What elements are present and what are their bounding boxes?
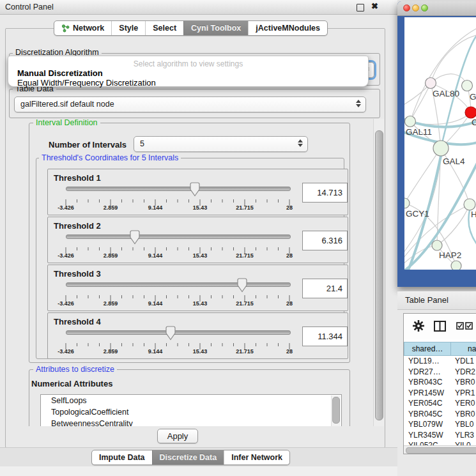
- algorithm-option-manual-discretization[interactable]: Manual Discretization: [8, 68, 368, 78]
- threshold-box: Threshold 2-3.4262.8599.14415.4321.71528…: [47, 217, 348, 263]
- main-scrollbar-thumb[interactable]: [375, 130, 383, 420]
- checkbox-icon[interactable]: [465, 322, 473, 330]
- network-node-label: C: [472, 118, 476, 127]
- network-window-titlebar[interactable]: [397, 1, 476, 16]
- table-row[interactable]: YER054CYER0: [404, 398, 476, 409]
- minimize-traffic-light-icon[interactable]: [412, 4, 419, 12]
- thresholds-group: Threshold's Coordinates for 5 Intervals …: [36, 158, 344, 359]
- table-row[interactable]: YIL052CYIL0: [404, 440, 476, 445]
- tab-style[interactable]: Style: [111, 21, 145, 35]
- network-node-gcy1[interactable]: [404, 198, 410, 208]
- table-panel-title: Table Panel: [405, 295, 449, 305]
- slider-handle[interactable]: [190, 182, 200, 197]
- threshold-label: Threshold 2: [54, 221, 101, 231]
- attributes-list[interactable]: SelfLoopsTopologicalCoefficientBetweenne…: [40, 394, 342, 426]
- table-row[interactable]: YBR043CYBR0: [404, 377, 476, 388]
- table-row[interactable]: YBL079WYBL0: [404, 419, 476, 430]
- slider-handle[interactable]: [130, 230, 140, 245]
- close-icon[interactable]: ✖: [371, 1, 378, 11]
- slider-track[interactable]: [66, 234, 291, 239]
- slider-handle[interactable]: [165, 326, 176, 341]
- tab-jactivemnodules[interactable]: jActiveMNodules: [248, 21, 327, 35]
- network-edge: [410, 83, 431, 121]
- close-traffic-light-icon[interactable]: [403, 4, 410, 12]
- network-node-gal11[interactable]: [405, 116, 416, 127]
- cell-shared-name: YIL052C: [404, 440, 451, 445]
- network-node-label: GCY1: [406, 209, 429, 219]
- tab-impute-data[interactable]: Impute Data: [92, 450, 152, 464]
- table-data-combo[interactable]: galFiltered.sif default node: [14, 96, 366, 112]
- tab-label: jActiveMNodules: [256, 24, 320, 33]
- tick-label: 9.144: [133, 348, 178, 355]
- network-canvas[interactable]: GAL80GACGAL11GAL4GCY1HHAP2: [404, 17, 476, 270]
- list-item[interactable]: SelfLoops: [41, 395, 341, 406]
- slider-track[interactable]: [66, 187, 291, 191]
- table-row[interactable]: YLR345WYLR3: [404, 430, 476, 441]
- column-header-shared[interactable]: shared…: [404, 342, 451, 356]
- threshold-label: Threshold 4: [54, 317, 101, 326]
- network-node-gal4[interactable]: [433, 141, 449, 156]
- cell-name: YDR2: [451, 367, 476, 378]
- network-edge: [431, 35, 476, 83]
- threshold-box: Threshold 4-3.4262.8599.14415.4321.71528…: [47, 312, 348, 359]
- table-hscrollbar[interactable]: [404, 445, 476, 454]
- threshold-value-field[interactable]: 6.316: [302, 231, 348, 250]
- algorithm-dropdown-popup: Select algorithm to view settings Manual…: [8, 56, 369, 87]
- threshold-value-field[interactable]: 21.4: [302, 279, 348, 298]
- interval-definition-label: Interval Definition: [33, 119, 100, 127]
- cell-shared-name: YBR043C: [404, 377, 451, 388]
- threshold-label: Threshold 1: [54, 173, 101, 183]
- network-node-gal80[interactable]: [426, 78, 436, 89]
- main-scrollbar[interactable]: [373, 119, 384, 426]
- network-node-hap2[interactable]: [432, 240, 442, 250]
- tab-infer-network[interactable]: Infer Network: [224, 450, 289, 464]
- dock-header: Control Panel ✖: [0, 0, 397, 15]
- tick-label: 15.43: [178, 300, 222, 307]
- gear-icon[interactable]: [412, 319, 425, 332]
- numerical-attributes-label: Numerical Attributes: [31, 379, 112, 388]
- tab-discretize-data[interactable]: Discretize Data: [152, 450, 224, 464]
- slider-track[interactable]: [66, 282, 291, 287]
- number-of-intervals-combo[interactable]: 5: [134, 136, 308, 152]
- tick-label: 9.144: [133, 204, 178, 211]
- table-rows: YDL19…YDL1YDR27…YDR2YBR043CYBR0YPR145WYP…: [404, 356, 476, 445]
- column-header-name[interactable]: na: [451, 342, 476, 356]
- bottom-tab-bar: Impute DataDiscretize DataInfer Network: [91, 450, 290, 465]
- list-item[interactable]: TopologicalCoefficient: [41, 406, 341, 418]
- table-row[interactable]: YPR145WYPR1: [404, 388, 476, 399]
- threshold-value-field[interactable]: 14.713: [302, 183, 348, 203]
- checkbox-icon[interactable]: [456, 322, 464, 330]
- slider-handle[interactable]: [237, 278, 247, 293]
- algorithm-option-equal-width-frequency-discretization[interactable]: Equal Width/Frequency Discretization: [8, 78, 368, 88]
- float-window-icon[interactable]: [357, 4, 364, 12]
- tick-label: 21.715: [222, 204, 267, 211]
- table-row[interactable]: YDL19…YDL1: [404, 356, 476, 367]
- table-row[interactable]: YDR27…YDR2: [404, 367, 476, 378]
- network-node-selected-node[interactable]: [465, 107, 476, 118]
- list-item[interactable]: BetweennessCentrality: [41, 418, 341, 426]
- algorithm-popup-options: Manual DiscretizationEqual Width/Frequen…: [8, 68, 368, 88]
- network-node-h-node[interactable]: [464, 199, 475, 210]
- split-view-icon[interactable]: [434, 321, 446, 332]
- cell-shared-name: YDR27…: [404, 367, 451, 378]
- network-canvas-svg: GAL80GACGAL11GAL4GCY1HHAP2: [404, 17, 476, 270]
- tick-label: 28: [267, 204, 312, 211]
- network-node-bottom-node[interactable]: [451, 261, 461, 270]
- tick-label: 21.715: [222, 300, 267, 307]
- tab-select[interactable]: Select: [145, 21, 183, 35]
- tab-cyni-toolbox[interactable]: Cyni Toolbox: [183, 21, 248, 35]
- algorithm-popup-hint: Select algorithm to view settings: [8, 59, 368, 68]
- table-panel: shared… na YDL19…YDL1YDR27…YDR2YBR043CYB…: [403, 313, 476, 454]
- zoom-traffic-light-icon[interactable]: [421, 4, 428, 12]
- threshold-value-field[interactable]: 11.344: [302, 326, 348, 346]
- bottom-footer: [0, 466, 397, 476]
- network-node-node-top-right[interactable]: [462, 81, 473, 91]
- tab-label: Impute Data: [99, 453, 145, 462]
- apply-button[interactable]: Apply: [157, 429, 198, 443]
- table-hscrollbar-thumb[interactable]: [406, 447, 476, 454]
- cell-name: YBR0: [451, 409, 476, 420]
- attributes-list-scrollbar[interactable]: [331, 395, 341, 426]
- slider-track[interactable]: [66, 330, 291, 335]
- tab-network[interactable]: Network: [54, 21, 111, 35]
- table-row[interactable]: YBR045CYBR0: [404, 409, 476, 420]
